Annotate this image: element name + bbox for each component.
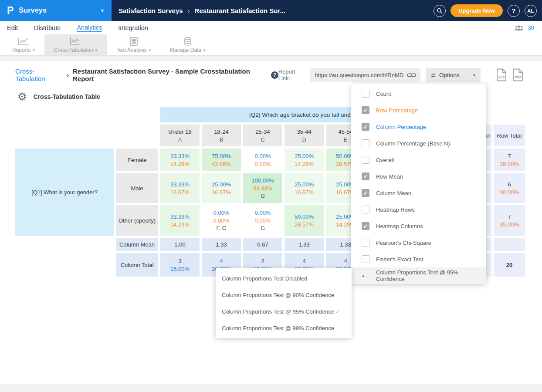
- submenu-item-disabled[interactable]: Column Proportions Test Disabled: [216, 270, 352, 287]
- menu-item-column-percentage-base-n[interactable]: Column Percentage (Base N): [351, 135, 486, 152]
- data-cell: 25.00%16.67%: [202, 173, 241, 203]
- menu-item-count[interactable]: Count: [351, 85, 486, 102]
- list-icon: ☰: [431, 72, 436, 78]
- search-button[interactable]: [434, 5, 446, 17]
- checkbox-checked-icon[interactable]: [362, 172, 369, 180]
- submenu-item-99-confidence[interactable]: Column Proportions Test @ 99% Confidence: [216, 320, 352, 336]
- svg-text:PDF: PDF: [515, 75, 522, 79]
- menu-item-column-percentage[interactable]: Column Percentage: [351, 118, 486, 135]
- data-cell: 33.33%16.67%: [160, 173, 200, 203]
- data-cell: 25.00%16.67%: [285, 173, 324, 203]
- menu-item-column-proportions-test[interactable]: ◂ Column Proportions Test @ 95% Confiden…: [351, 267, 486, 284]
- response-count-widget[interactable]: 30: [514, 24, 534, 31]
- data-cell: 0.00%0.00%G: [243, 205, 282, 236]
- column-mean-cell: 1.00: [160, 238, 200, 251]
- help-button[interactable]: ?: [508, 5, 520, 17]
- report-header-row: Cross-Tabulation › Restaurant Satisfacti…: [15, 68, 526, 82]
- toolbar-item-cross-tabulation[interactable]: Cross-Tabulation▾: [44, 34, 107, 55]
- topbar-actions: Upgrade Now ? AL: [434, 4, 537, 17]
- crosstab-breadcrumb-link[interactable]: Cross-Tabulation: [15, 68, 63, 82]
- chevron-down-icon: ▾: [33, 48, 35, 52]
- database-icon: [183, 37, 193, 46]
- export-pdf-button[interactable]: PDF: [512, 68, 524, 81]
- questionpro-logo-icon: P: [7, 5, 14, 17]
- toolbar-item-reports[interactable]: Reports▾: [3, 34, 44, 55]
- tab-analytics[interactable]: Analytics: [77, 24, 102, 32]
- submenu-item-95-confidence[interactable]: Column Proportions Test @ 95% Confidence…: [216, 303, 352, 320]
- menu-item-column-mean[interactable]: Column Mean: [351, 185, 486, 201]
- toolbar-item-text-analysis[interactable]: Text Analysis▾: [107, 34, 160, 55]
- checkbox-icon[interactable]: [362, 90, 369, 98]
- checkbox-checked-icon[interactable]: [362, 106, 369, 114]
- data-cell: 100.00%33.33%G: [243, 173, 282, 203]
- menu-item-row-percentage[interactable]: Row Percentage: [351, 102, 486, 118]
- gear-icon[interactable]: ⚙: [17, 91, 27, 102]
- col-header-25-34: 25-34C: [243, 125, 282, 146]
- data-cell: 50.00%28.57%: [285, 205, 324, 236]
- column-mean-cell: 1.33: [202, 238, 241, 251]
- data-cell: 0.00%0.00%: [243, 149, 282, 171]
- response-count: 30: [528, 24, 534, 31]
- menu-item-heatmap-rows[interactable]: Heatmap Rows: [351, 201, 486, 218]
- checkbox-icon[interactable]: [362, 239, 369, 247]
- report-actions: Report Link: https://au.questionpro.com/…: [278, 68, 526, 82]
- column-mean-cell: 1.33: [285, 238, 324, 251]
- chevron-down-icon: ▾: [95, 48, 98, 52]
- checkbox-icon[interactable]: [362, 206, 369, 213]
- pdf-file-icon: PDF: [512, 68, 524, 81]
- checkbox-checked-icon[interactable]: [362, 222, 369, 230]
- menu-item-overall[interactable]: Overall: [351, 152, 486, 168]
- submenu-left-arrow-icon: ◂: [362, 273, 376, 279]
- data-cell: 33.33%14.29%: [160, 149, 200, 171]
- product-switcher[interactable]: P Surveys ▾: [0, 0, 112, 21]
- submenu-item-90-confidence[interactable]: Column Proportions Test @ 90% Confidence: [216, 287, 352, 303]
- menu-item-heatmap-columns[interactable]: Heatmap Columns: [351, 218, 486, 234]
- checkbox-icon[interactable]: [362, 255, 369, 263]
- data-cell: 75.00%42.86%: [202, 149, 241, 171]
- report-title: Restaurant Satisfaction Survey - Sample …: [73, 68, 267, 82]
- data-cell: 33.33%14.29%: [160, 205, 200, 236]
- row-label-female: Female: [116, 149, 158, 171]
- chevron-down-icon: ▾: [203, 48, 206, 52]
- checkbox-icon[interactable]: [362, 139, 369, 147]
- divider: [487, 68, 487, 81]
- options-button[interactable]: ☰ Options ▾: [426, 68, 481, 82]
- checkbox-checked-icon[interactable]: [362, 123, 369, 131]
- column-proportions-submenu: Column Proportions Test Disabled Column …: [216, 268, 352, 338]
- col-header-35-44: 35-44D: [285, 125, 324, 146]
- report-link-label: Report Link:: [278, 68, 306, 81]
- menu-item-row-mean[interactable]: Row Mean: [351, 168, 486, 185]
- chevron-down-icon: ▾: [101, 7, 104, 14]
- row-total-cell: 630.00%: [494, 173, 525, 203]
- breadcrumb: Satisfaction Surveys › Restaurant Satisf…: [119, 0, 285, 21]
- column-mean-label: Column Mean: [116, 238, 158, 251]
- col-header-under-18: Under 18A: [160, 125, 200, 146]
- tab-integration[interactable]: Integration: [118, 24, 148, 31]
- xls-file-icon: XLS: [496, 68, 507, 81]
- report-link-url[interactable]: https://au.questionpro.com/t/lRnMDZR: [315, 72, 403, 78]
- product-name: Surveys: [19, 7, 47, 14]
- breadcrumb-survey-name[interactable]: Restaurant Satisfaction Sur...: [195, 7, 285, 14]
- breadcrumb-folder[interactable]: Satisfaction Surveys: [119, 7, 183, 14]
- row-total-cell: 735.00%: [494, 149, 525, 171]
- checkbox-icon[interactable]: [362, 156, 369, 164]
- export-xls-button[interactable]: XLS: [496, 68, 507, 81]
- column-total-cell: 315.00%: [160, 253, 200, 277]
- line-chart-icon: [18, 37, 29, 46]
- link-icon[interactable]: [407, 72, 416, 78]
- toolbar-item-manage-data[interactable]: Manage Data▾: [160, 34, 215, 55]
- row-label-other: Other (specify): [116, 205, 158, 236]
- menu-item-pearsons-chi-square[interactable]: Pearson's Chi-Square: [351, 234, 486, 251]
- menu-item-fishers-exact-test[interactable]: Fisher's Exact Test: [351, 251, 486, 267]
- line-chart-icon: [70, 37, 81, 46]
- report-link-input[interactable]: https://au.questionpro.com/t/lRnMDZR: [310, 68, 420, 82]
- avatar[interactable]: AL: [525, 5, 537, 17]
- row-question-cell: [Q1] What is your gender?: [15, 149, 114, 236]
- tab-distribute[interactable]: Distribute: [34, 24, 61, 31]
- tab-edit[interactable]: Edit: [7, 24, 18, 31]
- checkbox-checked-icon[interactable]: [362, 189, 369, 197]
- survey-nav: Edit Distribute Analytics Integration 30: [0, 21, 542, 34]
- help-icon[interactable]: ?: [271, 71, 278, 79]
- upgrade-now-button[interactable]: Upgrade Now: [451, 4, 503, 17]
- row-total-header: Row Total: [494, 125, 525, 146]
